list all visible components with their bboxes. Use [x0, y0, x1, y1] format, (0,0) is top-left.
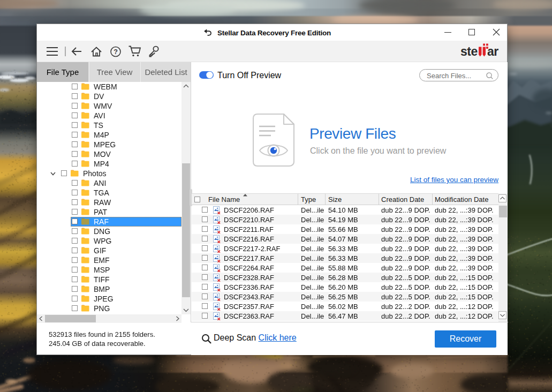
svg-text:ste: ste [460, 44, 478, 58]
svg-text:ar: ar [487, 44, 498, 58]
svg-text:?: ? [114, 48, 118, 56]
